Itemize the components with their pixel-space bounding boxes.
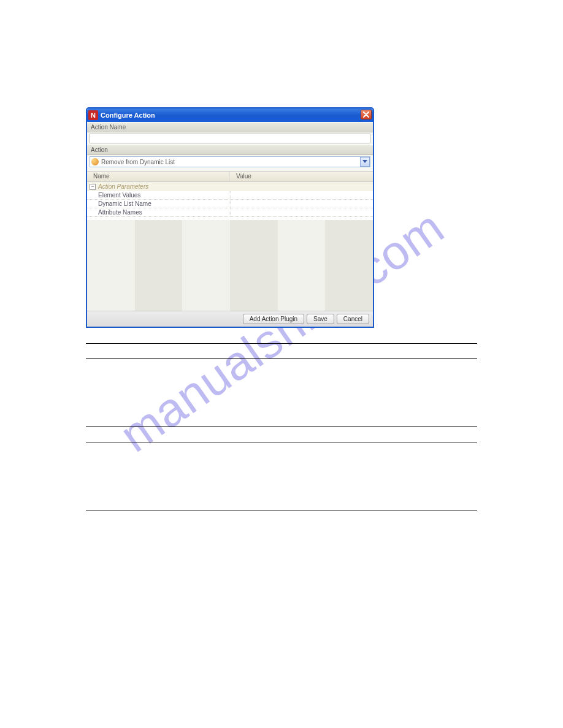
app-icon: N [88, 110, 98, 120]
param-row[interactable]: Element Values [87, 191, 373, 200]
gear-icon [91, 158, 99, 165]
param-value[interactable] [230, 208, 373, 216]
action-dropdown[interactable]: Remove from Dynamic List [90, 156, 370, 167]
action-label: Action [87, 145, 373, 155]
param-row[interactable]: Attribute Names [87, 208, 373, 217]
param-name: Dynamic List Name [87, 200, 230, 208]
action-dropdown-value: Remove from Dynamic List [101, 159, 175, 165]
param-value[interactable] [230, 191, 373, 199]
dialog-body: Action Name Action Remove from Dynamic L… [87, 122, 373, 327]
param-group-title: Action Parameters [98, 183, 148, 190]
param-group-header[interactable]: − Action Parameters [87, 182, 373, 191]
param-grid-body: − Action Parameters Element Values Dynam… [87, 182, 373, 311]
doc-table-section [86, 343, 477, 510]
close-button[interactable] [361, 110, 372, 119]
param-name: Attribute Names [87, 208, 230, 216]
param-value[interactable] [230, 200, 373, 208]
close-icon [363, 109, 369, 120]
save-button[interactable]: Save [307, 314, 334, 324]
param-grid-header: Name Value [87, 171, 373, 182]
column-value-header: Value [230, 172, 373, 181]
chevron-down-icon [360, 157, 370, 167]
param-row[interactable]: Dynamic List Name [87, 200, 373, 208]
param-name: Element Values [87, 191, 230, 199]
dialog-button-bar: Add Action Plugin Save Cancel [87, 311, 373, 327]
dialog-titlebar: N Configure Action [87, 108, 373, 122]
action-name-input[interactable] [90, 134, 370, 143]
cancel-button[interactable]: Cancel [337, 314, 369, 324]
column-name-header: Name [87, 172, 230, 181]
page-content: N Configure Action Action Name Action Re… [86, 107, 477, 510]
divider [86, 510, 477, 510]
grid-background-stripes [87, 220, 373, 311]
collapse-icon: − [90, 184, 96, 190]
configure-action-dialog: N Configure Action Action Name Action Re… [86, 107, 374, 328]
action-name-label: Action Name [87, 122, 373, 132]
dialog-title: Configure Action [101, 112, 155, 119]
add-action-plugin-button[interactable]: Add Action Plugin [243, 314, 304, 324]
